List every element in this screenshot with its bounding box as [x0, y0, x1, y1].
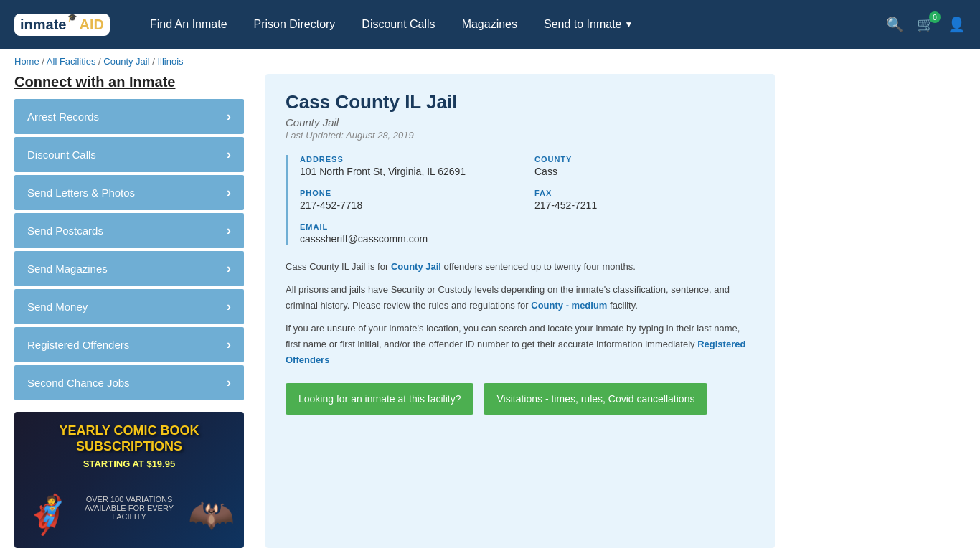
nav-prison-directory[interactable]: Prison Directory: [242, 12, 347, 37]
arrow-icon: ›: [227, 147, 231, 162]
info-address: ADDRESS 101 North Front St, Virginia, IL…: [300, 155, 520, 177]
superman-icon: 🦸: [26, 479, 69, 537]
facility-desc-1: Cass County IL Jail is for County Jail o…: [286, 259, 755, 275]
main-nav: Find An Inmate Prison Directory Discount…: [138, 12, 864, 37]
nav-discount-calls[interactable]: Discount Calls: [350, 12, 446, 37]
search-icon[interactable]: 🔍: [886, 16, 904, 33]
phone-label: PHONE: [300, 189, 520, 197]
county-medium-link[interactable]: County - medium: [531, 300, 607, 311]
ad-banner[interactable]: YEARLY COMIC BOOK SUBSCRIPTIONS STARTING…: [14, 412, 244, 548]
arrow-icon: ›: [227, 109, 231, 124]
batman-icon: 🦇: [189, 479, 232, 537]
cart-icon[interactable]: 🛒 0: [917, 16, 935, 33]
logo-hat-icon: 🎓: [67, 13, 77, 22]
user-icon[interactable]: 👤: [948, 16, 966, 33]
arrow-icon: ›: [227, 337, 231, 352]
ad-sub: OVER 100 VARIATIONS AVAILABLE FOR EVERY …: [76, 495, 182, 521]
ad-heroes: 🦸 OVER 100 VARIATIONS AVAILABLE FOR EVER…: [26, 479, 232, 537]
county-jail-link[interactable]: County Jail: [391, 261, 441, 272]
nav-send-to-inmate[interactable]: Send to Inmate ▼: [532, 12, 644, 37]
sidebar-item-send-money[interactable]: Send Money ›: [14, 289, 244, 324]
facility-updated: Last Updated: August 28, 2019: [286, 130, 755, 141]
email-value: casssheriff@casscomm.com: [300, 233, 755, 245]
breadcrumb: Home / All Facilities / County Jail / Il…: [0, 49, 980, 74]
sidebar-item-send-postcards[interactable]: Send Postcards ›: [14, 213, 244, 248]
visitations-button[interactable]: Visitations - times, rules, Covid cancel…: [484, 383, 707, 415]
sidebar-item-second-chance-jobs[interactable]: Second Chance Jobs ›: [14, 365, 244, 400]
address-value: 101 North Front St, Virginia, IL 62691: [300, 166, 520, 177]
county-value: Cass: [534, 166, 755, 177]
logo[interactable]: inmate 🎓 AID: [14, 14, 110, 36]
info-phone: PHONE 217-452-7718: [300, 189, 520, 211]
info-email: EMAIL casssheriff@casscomm.com: [300, 222, 755, 245]
ad-title: YEARLY COMIC BOOK SUBSCRIPTIONS: [26, 423, 232, 454]
address-label: ADDRESS: [300, 155, 520, 164]
breadcrumb-county-jail[interactable]: County Jail: [103, 56, 149, 67]
facility-panel: Cass County IL Jail County Jail Last Upd…: [265, 74, 775, 548]
county-label: COUNTY: [534, 155, 755, 164]
info-fax: FAX 217-452-7211: [534, 189, 755, 211]
facility-desc-2: All prisons and jails have Security or C…: [286, 282, 755, 314]
facility-info: ADDRESS 101 North Front St, Virginia, IL…: [286, 155, 755, 245]
email-label: EMAIL: [300, 222, 755, 231]
sidebar-item-arrest-records[interactable]: Arrest Records ›: [14, 99, 244, 134]
sidebar: Connect with an Inmate Arrest Records › …: [14, 74, 244, 548]
facility-buttons: Looking for an inmate at this facility? …: [286, 383, 755, 415]
breadcrumb-all-facilities[interactable]: All Facilities: [47, 56, 96, 67]
arrow-icon: ›: [227, 223, 231, 238]
breadcrumb-home[interactable]: Home: [14, 56, 39, 67]
dropdown-arrow-icon: ▼: [625, 19, 633, 29]
sidebar-title: Connect with an Inmate: [14, 74, 244, 90]
find-inmate-button[interactable]: Looking for an inmate at this facility?: [286, 383, 473, 415]
nav-find-inmate[interactable]: Find An Inmate: [138, 12, 239, 37]
main-content: Connect with an Inmate Arrest Records › …: [0, 74, 789, 551]
logo-inmate-text: inmate: [20, 17, 66, 33]
cart-badge: 0: [929, 11, 941, 23]
facility-name: Cass County IL Jail: [286, 91, 755, 113]
nav-magazines[interactable]: Magazines: [451, 12, 529, 37]
sidebar-menu: Arrest Records › Discount Calls › Send L…: [14, 99, 244, 400]
header-icons: 🔍 🛒 0 👤: [886, 16, 966, 33]
sidebar-item-discount-calls[interactable]: Discount Calls ›: [14, 137, 244, 172]
sidebar-item-send-magazines[interactable]: Send Magazines ›: [14, 251, 244, 286]
sidebar-item-registered-offenders[interactable]: Registered Offenders ›: [14, 327, 244, 362]
sidebar-item-send-letters[interactable]: Send Letters & Photos ›: [14, 175, 244, 210]
facility-desc-3: If you are unsure of your inmate's locat…: [286, 321, 755, 368]
fax-value: 217-452-7211: [534, 199, 755, 211]
facility-type: County Jail: [286, 116, 755, 128]
arrow-icon: ›: [227, 299, 231, 314]
arrow-icon: ›: [227, 261, 231, 276]
ad-starting: STARTING AT $19.95: [83, 458, 175, 469]
breadcrumb-illinois[interactable]: Illinois: [157, 56, 183, 67]
site-header: inmate 🎓 AID Find An Inmate Prison Direc…: [0, 0, 980, 49]
arrow-icon: ›: [227, 185, 231, 200]
logo-aid-text: AID: [79, 17, 103, 33]
phone-value: 217-452-7718: [300, 199, 520, 211]
arrow-icon: ›: [227, 375, 231, 390]
info-county: COUNTY Cass: [534, 155, 755, 177]
fax-label: FAX: [534, 189, 755, 197]
